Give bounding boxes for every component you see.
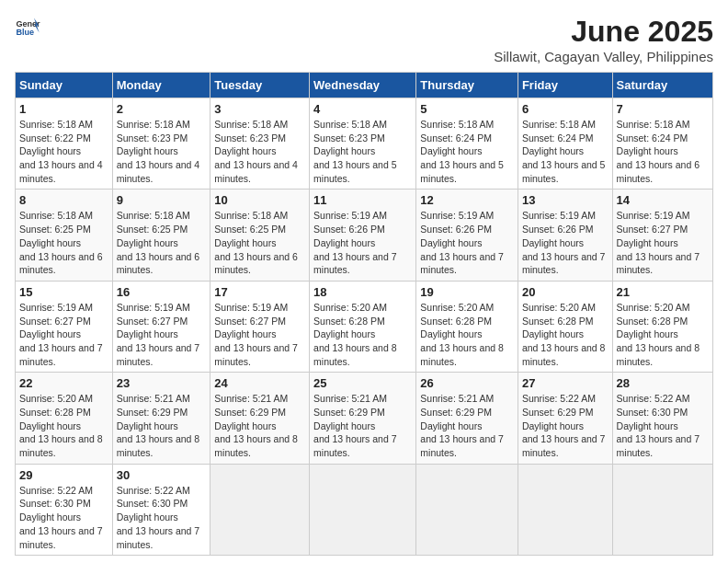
cell-sunrise: Sunrise: 5:18 AM: [19, 210, 93, 221]
calendar-cell: 9 Sunrise: 5:18 AM Sunset: 6:25 PM Dayli…: [112, 190, 210, 281]
calendar-week-row: 15 Sunrise: 5:19 AM Sunset: 6:27 PM Dayl…: [16, 281, 713, 372]
cell-sunset: Sunset: 6:28 PM: [313, 316, 385, 327]
cell-daylight-label: Daylight hours: [214, 145, 276, 156]
cell-sunset: Sunset: 6:29 PM: [313, 407, 385, 418]
cell-daylight-value: and 13 hours and 4 minutes.: [19, 159, 103, 184]
cell-sunrise: Sunrise: 5:21 AM: [117, 393, 190, 404]
day-number: 10: [214, 193, 305, 207]
cell-sunset: Sunset: 6:29 PM: [214, 407, 286, 418]
cell-sunrise: Sunrise: 5:18 AM: [420, 119, 494, 130]
day-number: 13: [522, 193, 609, 207]
cell-daylight-label: Daylight hours: [19, 145, 81, 156]
cell-daylight-value: and 13 hours and 6 minutes.: [19, 251, 103, 276]
cell-sunrise: Sunrise: 5:19 AM: [617, 210, 690, 221]
cell-sunset: Sunset: 6:27 PM: [214, 316, 286, 327]
calendar-cell: 28 Sunrise: 5:22 AM Sunset: 6:30 PM Dayl…: [612, 373, 712, 464]
calendar-cell: [612, 464, 712, 555]
day-number: 12: [420, 193, 514, 207]
cell-sunrise: Sunrise: 5:19 AM: [522, 210, 596, 221]
day-header-sunday: Sunday: [16, 73, 113, 98]
cell-daylight-value: and 13 hours and 7 minutes.: [522, 433, 606, 458]
day-header-tuesday: Tuesday: [210, 73, 310, 98]
page-subtitle: Sillawit, Cagayan Valley, Philippines: [494, 49, 713, 64]
cell-sunrise: Sunrise: 5:21 AM: [420, 393, 494, 404]
cell-sunrise: Sunrise: 5:18 AM: [313, 119, 387, 130]
calendar-cell: 5 Sunrise: 5:18 AM Sunset: 6:24 PM Dayli…: [416, 98, 518, 190]
cell-daylight-value: and 13 hours and 8 minutes.: [617, 342, 700, 367]
calendar-cell: 3 Sunrise: 5:18 AM Sunset: 6:23 PM Dayli…: [210, 98, 310, 190]
cell-daylight-label: Daylight hours: [617, 145, 678, 156]
cell-daylight-value: and 13 hours and 6 minutes.: [617, 159, 700, 184]
cell-daylight-value: and 13 hours and 8 minutes.: [522, 342, 606, 367]
day-number: 19: [420, 285, 514, 299]
cell-daylight-value: and 13 hours and 7 minutes.: [214, 342, 298, 367]
day-number: 30: [117, 468, 207, 482]
cell-sunrise: Sunrise: 5:18 AM: [117, 119, 190, 130]
cell-daylight-label: Daylight hours: [313, 420, 375, 431]
calendar-cell: [210, 464, 310, 555]
calendar-cell: 24 Sunrise: 5:21 AM Sunset: 6:29 PM Dayl…: [210, 373, 310, 464]
cell-daylight-value: and 13 hours and 7 minutes.: [19, 525, 103, 550]
cell-daylight-value: and 13 hours and 7 minutes.: [19, 342, 103, 367]
calendar-week-row: 22 Sunrise: 5:20 AM Sunset: 6:28 PM Dayl…: [16, 373, 713, 464]
day-number: 26: [420, 376, 514, 390]
calendar-week-row: 29 Sunrise: 5:22 AM Sunset: 6:30 PM Dayl…: [16, 464, 713, 555]
cell-sunrise: Sunrise: 5:21 AM: [313, 393, 387, 404]
cell-sunset: Sunset: 6:30 PM: [617, 407, 688, 418]
cell-sunrise: Sunrise: 5:19 AM: [214, 302, 288, 313]
cell-sunrise: Sunrise: 5:22 AM: [522, 393, 596, 404]
cell-sunrise: Sunrise: 5:22 AM: [117, 485, 190, 496]
cell-sunrise: Sunrise: 5:18 AM: [117, 210, 190, 221]
calendar-cell: 12 Sunrise: 5:19 AM Sunset: 6:26 PM Dayl…: [416, 190, 518, 281]
day-number: 4: [313, 102, 412, 116]
cell-sunset: Sunset: 6:23 PM: [313, 132, 385, 144]
calendar-cell: 13 Sunrise: 5:19 AM Sunset: 6:26 PM Dayl…: [518, 190, 612, 281]
cell-sunset: Sunset: 6:25 PM: [214, 224, 286, 235]
cell-sunrise: Sunrise: 5:20 AM: [420, 302, 494, 313]
cell-daylight-value: and 13 hours and 6 minutes.: [214, 251, 298, 276]
cell-daylight-value: and 13 hours and 8 minutes.: [313, 342, 397, 367]
day-number: 25: [313, 376, 412, 390]
cell-daylight-label: Daylight hours: [420, 420, 482, 431]
cell-sunset: Sunset: 6:29 PM: [522, 407, 594, 418]
cell-sunrise: Sunrise: 5:19 AM: [420, 210, 494, 221]
cell-daylight-value: and 13 hours and 7 minutes.: [420, 251, 504, 276]
cell-sunrise: Sunrise: 5:18 AM: [522, 119, 596, 130]
cell-sunrise: Sunrise: 5:20 AM: [313, 302, 387, 313]
cell-sunrise: Sunrise: 5:19 AM: [313, 210, 387, 221]
cell-sunset: Sunset: 6:27 PM: [19, 316, 91, 327]
cell-daylight-label: Daylight hours: [214, 420, 276, 431]
cell-daylight-value: and 13 hours and 6 minutes.: [117, 251, 200, 276]
cell-sunrise: Sunrise: 5:22 AM: [617, 393, 690, 404]
day-number: 11: [313, 193, 412, 207]
cell-sunset: Sunset: 6:24 PM: [617, 132, 688, 144]
cell-sunset: Sunset: 6:28 PM: [19, 407, 91, 418]
cell-daylight-label: Daylight hours: [522, 145, 584, 156]
day-number: 9: [117, 193, 207, 207]
cell-daylight-value: and 13 hours and 7 minutes.: [117, 525, 200, 550]
cell-daylight-label: Daylight hours: [117, 145, 178, 156]
cell-sunset: Sunset: 6:26 PM: [522, 224, 594, 235]
cell-sunset: Sunset: 6:30 PM: [19, 498, 91, 509]
cell-daylight-label: Daylight hours: [117, 328, 178, 339]
day-number: 24: [214, 376, 305, 390]
calendar-cell: 27 Sunrise: 5:22 AM Sunset: 6:29 PM Dayl…: [518, 373, 612, 464]
cell-sunrise: Sunrise: 5:22 AM: [19, 485, 93, 496]
calendar-cell: 4 Sunrise: 5:18 AM Sunset: 6:23 PM Dayli…: [310, 98, 416, 190]
cell-sunset: Sunset: 6:25 PM: [117, 224, 188, 235]
cell-sunset: Sunset: 6:29 PM: [420, 407, 492, 418]
day-number: 17: [214, 285, 305, 299]
day-number: 3: [214, 102, 305, 116]
cell-daylight-label: Daylight hours: [522, 420, 584, 431]
cell-sunrise: Sunrise: 5:18 AM: [214, 119, 288, 130]
svg-text:Blue: Blue: [16, 28, 34, 37]
calendar-table: SundayMondayTuesdayWednesdayThursdayFrid…: [15, 72, 713, 556]
calendar-cell: 30 Sunrise: 5:22 AM Sunset: 6:30 PM Dayl…: [112, 464, 210, 555]
cell-daylight-value: and 13 hours and 7 minutes.: [617, 433, 700, 458]
cell-daylight-value: and 13 hours and 8 minutes.: [117, 433, 200, 458]
calendar-cell: 21 Sunrise: 5:20 AM Sunset: 6:28 PM Dayl…: [612, 281, 712, 372]
cell-daylight-value: and 13 hours and 7 minutes.: [313, 251, 397, 276]
day-number: 21: [617, 285, 709, 299]
day-number: 1: [19, 102, 108, 116]
cell-sunrise: Sunrise: 5:21 AM: [214, 393, 288, 404]
